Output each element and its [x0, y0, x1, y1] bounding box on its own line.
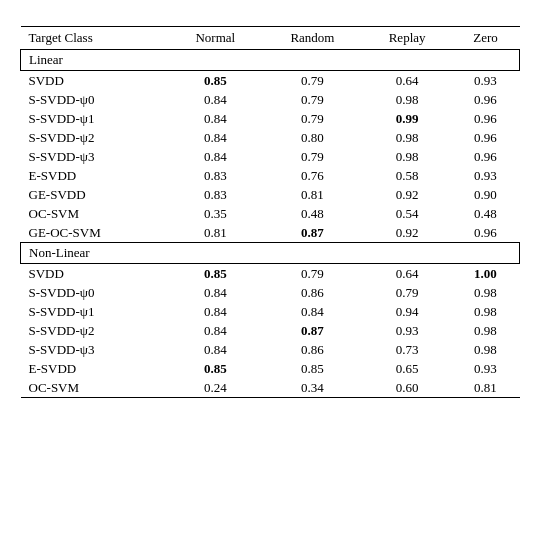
cell-value: 0.84: [169, 90, 262, 109]
cell-value: 0.79: [262, 90, 363, 109]
cell-value: 0.34: [262, 378, 363, 398]
cell-value: 0.81: [451, 378, 519, 398]
cell-value: 0.87: [262, 321, 363, 340]
cell-value: 0.84: [169, 321, 262, 340]
cell-value: 0.65: [363, 359, 452, 378]
cell-value: 0.84: [169, 128, 262, 147]
cell-value: 0.84: [169, 302, 262, 321]
cell-value: 0.94: [363, 302, 452, 321]
cell-value: 0.79: [262, 147, 363, 166]
cell-class: S-SVDD-ψ3: [21, 340, 169, 359]
table-row: SVDD0.850.790.641.00: [21, 264, 520, 284]
table-row: S-SVDD-ψ20.840.870.930.98: [21, 321, 520, 340]
cell-value: 0.35: [169, 204, 262, 223]
table-row: GE-SVDD0.830.810.920.90: [21, 185, 520, 204]
table-row: OC-SVM0.240.340.600.81: [21, 378, 520, 398]
cell-class: GE-OC-SVM: [21, 223, 169, 243]
cell-value: 0.98: [363, 128, 452, 147]
cell-value: 0.93: [451, 359, 519, 378]
cell-class: S-SVDD-ψ1: [21, 302, 169, 321]
col-header-random: Random: [262, 27, 363, 50]
cell-value: 0.48: [262, 204, 363, 223]
cell-value: 0.84: [169, 283, 262, 302]
cell-value: 0.93: [451, 71, 519, 91]
cell-value: 0.80: [262, 128, 363, 147]
table-row: GE-OC-SVM0.810.870.920.96: [21, 223, 520, 243]
cell-value: 0.98: [451, 302, 519, 321]
cell-value: 0.86: [262, 340, 363, 359]
cell-class: S-SVDD-ψ0: [21, 283, 169, 302]
cell-value: 0.79: [262, 109, 363, 128]
cell-value: 0.79: [262, 71, 363, 91]
table-row: S-SVDD-ψ20.840.800.980.96: [21, 128, 520, 147]
cell-value: 0.98: [451, 340, 519, 359]
cell-value: 0.86: [262, 283, 363, 302]
cell-value: 0.92: [363, 223, 452, 243]
cell-value: 0.58: [363, 166, 452, 185]
cell-value: 0.98: [363, 147, 452, 166]
cell-value: 0.76: [262, 166, 363, 185]
table-row: S-SVDD-ψ30.840.860.730.98: [21, 340, 520, 359]
cell-class: S-SVDD-ψ2: [21, 128, 169, 147]
cell-value: 0.24: [169, 378, 262, 398]
cell-class: S-SVDD-ψ0: [21, 90, 169, 109]
header-row: Target Class Normal Random Replay Zero: [21, 27, 520, 50]
cell-value: 0.54: [363, 204, 452, 223]
col-header-zero: Zero: [451, 27, 519, 50]
cell-value: 0.99: [363, 109, 452, 128]
cell-value: 0.64: [363, 71, 452, 91]
section-header-non-linear: Non-Linear: [21, 243, 520, 264]
cell-class: S-SVDD-ψ2: [21, 321, 169, 340]
cell-class: S-SVDD-ψ3: [21, 147, 169, 166]
cell-value: 0.90: [451, 185, 519, 204]
cell-class: E-SVDD: [21, 359, 169, 378]
cell-value: 0.84: [169, 147, 262, 166]
cell-value: 0.84: [169, 109, 262, 128]
cell-value: 0.79: [262, 264, 363, 284]
table-row: S-SVDD-ψ10.840.790.990.96: [21, 109, 520, 128]
cell-value: 0.96: [451, 128, 519, 147]
cell-class: S-SVDD-ψ1: [21, 109, 169, 128]
cell-value: 0.64: [363, 264, 452, 284]
cell-class: E-SVDD: [21, 166, 169, 185]
col-header-class: Target Class: [21, 27, 169, 50]
cell-value: 0.79: [363, 283, 452, 302]
col-header-replay: Replay: [363, 27, 452, 50]
table-head: Target Class Normal Random Replay Zero: [21, 27, 520, 50]
cell-value: 0.84: [262, 302, 363, 321]
col-header-normal: Normal: [169, 27, 262, 50]
table-row: SVDD0.850.790.640.93: [21, 71, 520, 91]
cell-value: 0.83: [169, 166, 262, 185]
table-row: S-SVDD-ψ00.840.860.790.98: [21, 283, 520, 302]
cell-class: OC-SVM: [21, 378, 169, 398]
cell-value: 0.93: [451, 166, 519, 185]
table-row: OC-SVM0.350.480.540.48: [21, 204, 520, 223]
cell-value: 0.48: [451, 204, 519, 223]
cell-value: 0.96: [451, 223, 519, 243]
table-row: S-SVDD-ψ10.840.840.940.98: [21, 302, 520, 321]
cell-class: SVDD: [21, 264, 169, 284]
cell-value: 0.98: [451, 283, 519, 302]
page-container: Target Class Normal Random Replay Zero L…: [20, 20, 520, 398]
cell-value: 0.85: [169, 264, 262, 284]
cell-class: OC-SVM: [21, 204, 169, 223]
table-row: S-SVDD-ψ30.840.790.980.96: [21, 147, 520, 166]
table-row: E-SVDD0.830.760.580.93: [21, 166, 520, 185]
cell-value: 0.81: [169, 223, 262, 243]
cell-value: 0.73: [363, 340, 452, 359]
cell-value: 0.85: [169, 71, 262, 91]
cell-value: 0.96: [451, 90, 519, 109]
cell-value: 0.84: [169, 340, 262, 359]
main-table: Target Class Normal Random Replay Zero L…: [20, 26, 520, 398]
cell-value: 1.00: [451, 264, 519, 284]
cell-value: 0.98: [363, 90, 452, 109]
cell-value: 0.85: [169, 359, 262, 378]
cell-value: 0.87: [262, 223, 363, 243]
cell-value: 0.81: [262, 185, 363, 204]
table-body: LinearSVDD0.850.790.640.93S-SVDD-ψ00.840…: [21, 50, 520, 398]
cell-value: 0.85: [262, 359, 363, 378]
cell-value: 0.96: [451, 147, 519, 166]
table-row: S-SVDD-ψ00.840.790.980.96: [21, 90, 520, 109]
section-header-linear: Linear: [21, 50, 520, 71]
cell-value: 0.83: [169, 185, 262, 204]
